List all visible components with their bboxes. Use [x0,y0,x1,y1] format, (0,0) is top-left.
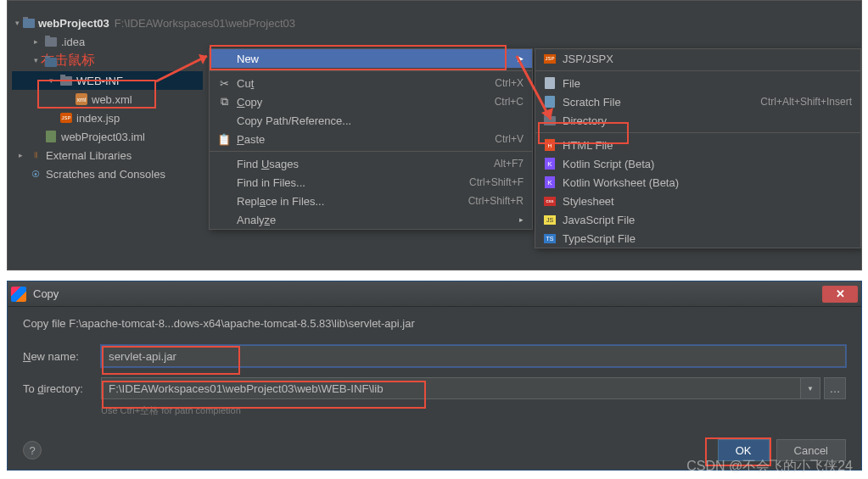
chevron-down-icon: ▾ [15,19,20,27]
tree-item-project[interactable]: ▾ webProject03 F:\IDEAWorkspaces01\webPr… [12,14,203,32]
tree-item-iml[interactable]: webProject03.iml [12,127,203,146]
tree-item-extlib[interactable]: ▸ ⫴ External Libraries [12,146,203,164]
tree-item-indexjsp[interactable]: JSP index.jsp [12,109,203,127]
menu-label: TypeScript File [557,232,852,245]
menu-label: Stylesheet [557,195,852,208]
js-icon: JS [544,215,556,225]
intellij-icon [11,287,26,302]
todir-input[interactable] [101,377,801,399]
menu-item-jsp[interactable]: JSP JSP/JSPX [535,49,860,68]
iml-file-icon [46,131,56,142]
project-folder-icon [23,19,35,28]
dialog-message: Copy file F:\apache-tomcat-8...dows-x64\… [23,317,846,330]
menu-label: Copy Path/Reference... [232,114,524,127]
tree-label: webProject03.iml [61,131,145,143]
menu-item-jsfile[interactable]: JS JavaScript File [535,210,860,229]
dialog-titlebar[interactable]: Copy ✕ [8,281,861,307]
tree-label: index.jsp [76,112,120,125]
menu-separator [210,70,532,71]
tree-label: Scratches and Consoles [46,168,165,181]
xml-file-icon: xml [76,93,87,105]
context-menu: New ▶ ✂ Cut Ctrl+X ⧉ Copy Ctrl+C Copy Pa… [209,48,533,230]
menu-label: Find Usages [237,158,299,170]
menu-label: HTML File [557,139,852,152]
menu-item-findusages[interactable]: Find Usages Alt+F7 [210,154,532,173]
menu-label: Kotlin Worksheet (Beta) [557,176,852,189]
tree-item-webxml[interactable]: xml web.xml [12,90,203,109]
tree-item-webinf[interactable]: ▾ WEB-INF [12,71,203,90]
shortcut: Ctrl+Shift+R [468,195,524,207]
tree-label: .idea [61,36,85,48]
copy-icon: ⧉ [216,95,232,109]
path-hint: Use Ctrl+空格 for path completion [101,404,846,417]
shortcut: Alt+F7 [494,158,524,170]
menu-label: Paste [237,133,265,146]
menu-label: Scratch File [557,96,760,109]
menu-item-directory[interactable]: Directory [535,111,860,130]
menu-item-file[interactable]: File [535,74,860,92]
project-name: webProject03 [38,17,109,30]
newname-label: New name: [23,350,101,363]
shortcut: Ctrl+X [495,77,524,89]
copy-dialog: Copy ✕ Copy file F:\apache-tomcat-8...do… [7,281,862,471]
tree-label: web.xml [92,93,132,106]
submenu-arrow-icon: ▶ [518,54,524,63]
menu-item-html[interactable]: H HTML File [535,136,860,154]
tree-item-scratches[interactable]: ⦿ Scratches and Consoles [12,164,203,183]
dropdown-button[interactable]: ▼ [800,377,820,399]
browse-button[interactable]: … [824,377,846,399]
menu-item-stylesheet[interactable]: css Stylesheet [535,192,860,210]
menu-label: Cut [237,77,254,90]
menu-item-copypath[interactable]: Copy Path/Reference... [210,111,532,130]
menu-item-replaceinfiles[interactable]: Replace in Files... Ctrl+Shift+R [210,192,532,210]
chevron-down-icon: ▾ [46,76,56,85]
chevron-right-icon: ▸ [15,151,25,159]
watermark: CSDN @不会飞的小飞侠24 [686,458,853,476]
project-path: F:\IDEAWorkspaces01\webProject03 [115,17,295,30]
menu-item-kscript[interactable]: K Kotlin Script (Beta) [535,154,860,173]
help-button[interactable]: ? [23,441,42,460]
menu-label: Analyze [237,214,276,226]
paste-icon: 📋 [216,133,232,146]
menu-item-kws[interactable]: K Kotlin Worksheet (Beta) [535,173,860,192]
submenu-arrow-icon: ▸ [519,215,524,224]
file-icon [545,77,555,89]
menu-item-cut[interactable]: ✂ Cut Ctrl+X [210,74,532,92]
menu-label: New [232,53,518,65]
menu-item-findinfiles[interactable]: Find in Files... Ctrl+Shift+F [210,173,532,192]
menu-label: Find in Files... [232,176,469,189]
menu-item-new[interactable]: New ▶ [210,49,532,68]
shortcut: Ctrl+V [495,133,524,145]
ts-icon: TS [544,234,556,243]
menu-item-analyze[interactable]: Analyze ▸ [210,210,532,229]
dialog-title: Copy [33,287,822,300]
project-tree: ▾ webProject03 F:\IDEAWorkspaces01\webPr… [12,14,203,183]
scissors-icon: ✂ [216,77,232,90]
folder-icon [60,76,72,86]
menu-label: Copy [237,96,262,109]
menu-separator [210,151,532,152]
shortcut: Ctrl+Shift+F [469,176,524,188]
menu-item-paste[interactable]: 📋 Paste Ctrl+V [210,130,532,148]
menu-label: Kotlin Script (Beta) [557,158,852,170]
tree-item-idea[interactable]: ▸ .idea [12,32,203,51]
menu-label: JSP/JSPX [557,53,852,65]
newname-input[interactable] [101,345,846,367]
menu-item-tsfile[interactable]: TS TypeScript File [535,229,860,248]
tree-label: WEB-INF [76,75,123,87]
menu-item-scratch[interactable]: Scratch File Ctrl+Alt+Shift+Insert [535,92,860,111]
menu-separator [535,70,860,71]
css-icon: css [544,197,556,206]
new-submenu: JSP JSP/JSPX File Scratch File Ctrl+Alt+… [535,48,861,248]
library-icon: ⫴ [29,148,42,162]
tree-label: External Libraries [46,149,132,162]
project-editor-panel: ▾ webProject03 F:\IDEAWorkspaces01\webPr… [7,0,862,270]
html-icon: H [545,139,555,151]
menu-label: Directory [557,114,852,127]
close-button[interactable]: ✕ [822,286,858,303]
menu-item-copy[interactable]: ⧉ Copy Ctrl+C [210,92,532,111]
jsp-file-icon: JSP [60,113,72,123]
todir-label: To directory: [23,382,101,395]
menu-separator [535,132,860,133]
scratch-file-icon [545,96,555,108]
